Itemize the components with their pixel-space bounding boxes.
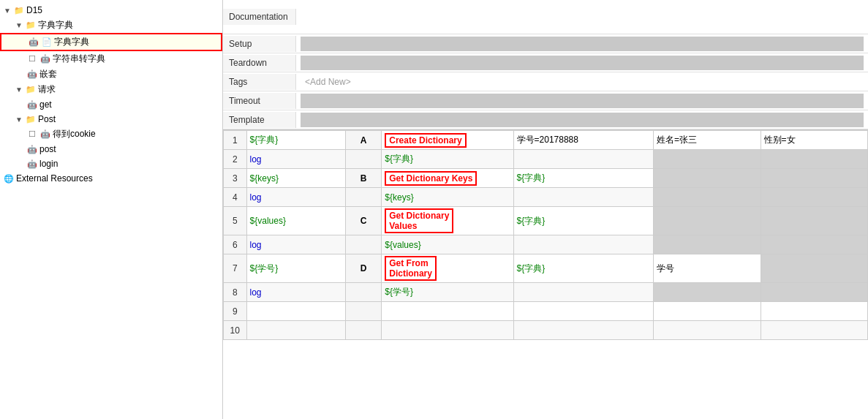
table-row: 1 ${字典} A Create Dictionary 学号=20178888 … [224, 131, 868, 150]
keyword-get-from-dict[interactable]: Get FromDictionary [385, 256, 437, 281]
table-row: 6 log ${values} [224, 235, 868, 254]
expand-icon: ▼ [3, 6, 12, 15]
var-text: ${字典} [517, 216, 546, 226]
cell-c8[interactable]: ${学号} [382, 283, 513, 302]
var-text: ${字典} [385, 154, 413, 164]
robot-icon: 🤖 [26, 158, 38, 170]
cell-d7[interactable]: ${字典} [513, 254, 654, 283]
keyword-create-dict[interactable]: Create Dictionary [385, 133, 466, 148]
cell-d8[interactable] [513, 283, 654, 302]
cell-a5[interactable]: ${values} [246, 207, 345, 235]
cell-c1[interactable]: Create Dictionary [382, 131, 513, 150]
sidebar-item-post[interactable]: 🤖 post [0, 142, 222, 156]
var-text: ${keys} [385, 192, 413, 203]
template-label: Template [223, 112, 296, 128]
sidebar-item-post-folder[interactable]: ▼ 📁 Post [0, 112, 222, 127]
cell-f9[interactable] [761, 302, 868, 321]
setup-value [296, 35, 868, 53]
documentation-row: Documentation [223, 0, 868, 34]
table-row: 10 [224, 321, 868, 340]
sidebar-item-dict-folder[interactable]: ▼ 📁 字典字典 [0, 18, 222, 33]
teardown-row: Teardown [223, 53, 868, 72]
sidebar-label-dict: 字典字典 [38, 19, 73, 31]
cell-d4[interactable] [513, 188, 654, 207]
tags-add-button[interactable]: <Add New> [301, 75, 355, 88]
template-row: Template [223, 110, 868, 129]
cell-f10[interactable] [761, 321, 868, 340]
cell-a4[interactable]: log [246, 188, 345, 207]
timeout-value [296, 92, 868, 110]
setup-input[interactable] [301, 37, 864, 51]
cell-b4 [345, 188, 382, 207]
cell-d1[interactable]: 学号=20178888 [513, 131, 654, 150]
cell-a7[interactable]: ${学号} [246, 254, 345, 283]
sidebar-item-nested[interactable]: 🤖 嵌套 [0, 67, 222, 82]
param-text: 姓名=张三 [657, 135, 697, 145]
folder-icon: 📁 [25, 84, 37, 96]
keyword-get-dict-values[interactable]: Get DictionaryValues [385, 208, 453, 233]
cell-c2[interactable]: ${字典} [382, 150, 513, 169]
cell-a2[interactable]: log [246, 150, 345, 169]
sidebar-item-get-cookie[interactable]: ☐ 🤖 得到cookie [0, 127, 222, 142]
sidebar-item-str-to-dict[interactable]: ☐ 🤖 字符串转字典 [0, 51, 222, 67]
sidebar-item-d15[interactable]: ▼ 📁 D15 [0, 3, 222, 18]
cell-c5[interactable]: Get DictionaryValues [382, 207, 513, 235]
cell-a1[interactable]: ${字典} [246, 131, 345, 150]
sidebar-item-external[interactable]: 🌐 External Resources [0, 171, 222, 186]
row-num: 2 [224, 150, 247, 169]
timeout-input[interactable] [301, 94, 864, 108]
sidebar-item-requests-folder[interactable]: ▼ 📁 请求 [0, 82, 222, 97]
cell-a10[interactable] [246, 321, 345, 340]
cell-d3[interactable]: ${字典} [513, 169, 654, 188]
setup-label: Setup [223, 36, 296, 52]
cell-f1[interactable]: 性别=女 [761, 131, 868, 150]
cell-d6[interactable] [513, 235, 654, 254]
documentation-value[interactable] [296, 0, 868, 34]
cell-b1: A [345, 131, 382, 150]
cell-a9[interactable] [246, 302, 345, 321]
cell-e1[interactable]: 姓名=张三 [654, 131, 761, 150]
sidebar-label-post: post [39, 144, 56, 154]
row-num: 7 [224, 254, 247, 283]
cell-d2[interactable] [513, 150, 654, 169]
sidebar-item-dict-robot[interactable]: 🤖 📄 字典字典 [0, 33, 222, 51]
cell-f3 [761, 169, 868, 188]
cell-a6[interactable]: log [246, 235, 345, 254]
table-row: 3 ${keys} B Get Dictionary Keys ${字典} [224, 169, 868, 188]
sidebar-item-login[interactable]: 🤖 login [0, 156, 222, 171]
cell-c6[interactable]: ${values} [382, 235, 513, 254]
var-text: ${keys} [250, 173, 279, 184]
sidebar-item-get[interactable]: 🤖 get [0, 97, 222, 112]
cell-a3[interactable]: ${keys} [246, 169, 345, 188]
cell-c9[interactable] [382, 302, 513, 321]
cell-c3[interactable]: Get Dictionary Keys [382, 169, 513, 188]
row-num: 4 [224, 188, 247, 207]
cell-c10[interactable] [382, 321, 513, 340]
main-content: Documentation Setup Teardown Tags <Add N… [223, 0, 868, 419]
cell-c4[interactable]: ${keys} [382, 188, 513, 207]
table-row: 5 ${values} C Get DictionaryValues ${字典} [224, 207, 868, 235]
cell-d9[interactable] [513, 302, 654, 321]
folder-icon: 📁 [25, 20, 37, 31]
var-text: ${values} [250, 216, 286, 226]
cell-e9[interactable] [654, 302, 761, 321]
table-row: 4 log ${keys} [224, 188, 868, 207]
keyword-get-dict-keys[interactable]: Get Dictionary Keys [385, 171, 477, 186]
cell-f5 [761, 207, 868, 235]
template-input[interactable] [301, 113, 864, 127]
cell-e10[interactable] [654, 321, 761, 340]
cell-e6 [654, 235, 761, 254]
cell-d10[interactable] [513, 321, 654, 340]
cell-e7[interactable]: 学号 [654, 254, 761, 283]
row-num: 1 [224, 131, 247, 150]
setup-row: Setup [223, 34, 868, 53]
sidebar: ▼ 📁 D15 ▼ 📁 字典字典 🤖 📄 字典字典 ☐ 🤖 字符串转字典 🤖 嵌… [0, 0, 223, 419]
cell-c7[interactable]: Get FromDictionary [382, 254, 513, 283]
cell-a8[interactable]: log [246, 283, 345, 302]
robot-icon: 🤖 [39, 129, 51, 140]
teardown-input[interactable] [301, 56, 864, 70]
expand-icon: ▼ [15, 115, 23, 124]
cell-d5[interactable]: ${字典} [513, 207, 654, 235]
sidebar-label-get-cookie: 得到cookie [53, 128, 96, 140]
sidebar-label-get: get [39, 99, 52, 110]
